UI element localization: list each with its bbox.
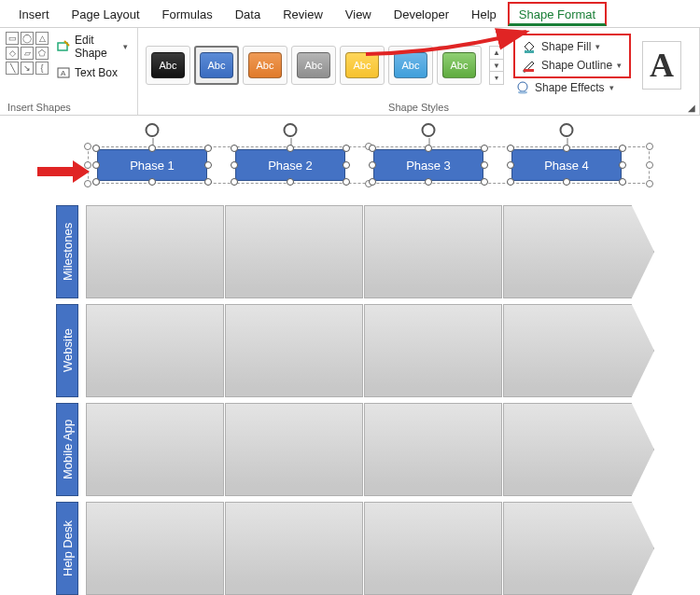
phase-label: Phase 2 <box>235 149 345 181</box>
row-label-mobile-app: Mobile App <box>56 403 78 496</box>
swatch-label: Abc <box>442 52 476 78</box>
pen-icon <box>522 58 537 73</box>
tab-shape-format[interactable]: Shape Format <box>508 2 607 26</box>
roadmap-cell[interactable] <box>364 205 502 298</box>
phase-label: Phase 3 <box>373 149 483 181</box>
gallery-down-icon[interactable]: ▼ <box>490 60 503 73</box>
chevron-down-icon: ▾ <box>617 61 622 70</box>
roadmap-cell[interactable] <box>364 403 502 496</box>
lane-row <box>86 205 654 298</box>
phase-shape-3[interactable]: Phase 3 <box>373 149 483 181</box>
style-swatch-green[interactable]: Abc <box>437 46 482 85</box>
edit-shape-button[interactable]: Edit Shape ▾ <box>52 32 132 62</box>
style-swatch-blue[interactable]: Abc <box>194 46 239 85</box>
svg-rect-4 <box>524 69 534 72</box>
annotation-arrow-left <box>35 159 91 187</box>
shape-outline-label: Shape Outline <box>541 59 612 72</box>
tab-view[interactable]: View <box>334 2 383 26</box>
shape-styles-gallery[interactable]: AbcAbcAbcAbcAbcAbcAbc <box>146 46 482 85</box>
chevron-down-icon: ▾ <box>595 42 600 51</box>
svg-point-5 <box>518 82 527 91</box>
tab-developer[interactable]: Developer <box>383 2 460 26</box>
swatch-label: Abc <box>394 52 427 78</box>
shapes-gallery-mini[interactable]: ▭◯△ ◇▱⬠ ╲↘{ <box>6 32 49 75</box>
roadmap-cell[interactable] <box>503 205 654 298</box>
roadmap-cell[interactable] <box>503 502 654 595</box>
svg-rect-3 <box>525 50 534 53</box>
svg-rect-0 <box>58 43 67 50</box>
swatch-label: Abc <box>151 52 185 78</box>
group-shape-styles: AbcAbcAbcAbcAbcAbcAbc ▲ ▼ ▾ Shape Fill ▾ <box>138 28 700 115</box>
roadmap-cell[interactable] <box>86 403 224 496</box>
svg-text:A: A <box>61 69 66 77</box>
roadmap-cell[interactable] <box>225 205 363 298</box>
phase-shape-1[interactable]: Phase 1 <box>97 149 207 181</box>
chevron-down-icon: ▾ <box>609 83 614 92</box>
shape-outline-button[interactable]: Shape Outline ▾ <box>520 57 623 74</box>
text-box-button[interactable]: A Text Box <box>52 63 132 82</box>
ribbon-body: ▭◯△ ◇▱⬠ ╲↘{ Edit Shape ▾ A Text Box <box>0 28 700 116</box>
swatch-label: Abc <box>345 52 379 78</box>
shape-effects-label: Shape Effects <box>535 81 605 94</box>
group-insert-shapes: ▭◯△ ◇▱⬠ ╲↘{ Edit Shape ▾ A Text Box <box>0 28 138 115</box>
wordart-style-swatch[interactable]: A <box>642 41 681 90</box>
roadmap-cell[interactable] <box>86 304 224 397</box>
roadmap-cell[interactable] <box>503 304 654 397</box>
roadmap-cell[interactable] <box>86 205 224 298</box>
svg-point-6 <box>518 91 527 94</box>
style-swatch-lightblue[interactable]: Abc <box>388 46 433 85</box>
roadmap-cell[interactable] <box>225 502 363 595</box>
roadmap-cell[interactable] <box>86 502 224 595</box>
text-box-icon: A <box>56 65 71 80</box>
group-label-shape-styles: Shape Styles <box>144 100 693 113</box>
shape-effects-button[interactable]: Shape Effects ▾ <box>510 78 631 97</box>
worksheet-canvas: Phase 1Phase 2Phase 3Phase 4 MilestonesW… <box>0 116 700 595</box>
gallery-scroll[interactable]: ▲ ▼ ▾ <box>489 46 504 85</box>
text-box-label: Text Box <box>75 66 118 79</box>
dialog-launcher-icon[interactable]: ◢ <box>688 103 695 113</box>
gallery-more-icon[interactable]: ▾ <box>490 72 503 84</box>
roadmap-cell[interactable] <box>364 502 502 595</box>
gallery-up-icon[interactable]: ▲ <box>490 47 503 60</box>
tab-data[interactable]: Data <box>224 2 272 26</box>
style-swatch-black[interactable]: Abc <box>146 46 190 85</box>
tab-review[interactable]: Review <box>272 2 334 26</box>
rotate-handle-icon[interactable] <box>560 123 574 137</box>
style-swatch-gray[interactable]: Abc <box>291 46 336 85</box>
edit-shape-icon <box>56 39 71 54</box>
swatch-label: Abc <box>297 52 330 78</box>
fill-outline-callout: Shape Fill ▾ Shape Outline ▾ <box>513 34 631 78</box>
style-swatch-yellow[interactable]: Abc <box>340 46 385 85</box>
phase-row: Phase 1Phase 2Phase 3Phase 4 <box>97 149 622 181</box>
swatch-label: Abc <box>200 52 233 78</box>
roadmap-cell[interactable] <box>225 304 363 397</box>
tab-formulas[interactable]: Formulas <box>151 2 224 26</box>
roadmap-cell[interactable] <box>503 403 654 496</box>
phase-shape-4[interactable]: Phase 4 <box>511 149 622 181</box>
chevron-down-icon: ▾ <box>123 42 128 51</box>
roadmap-cell[interactable] <box>364 304 502 397</box>
tab-page-layout[interactable]: Page Layout <box>61 2 151 26</box>
shape-fill-button[interactable]: Shape Fill ▾ <box>520 38 623 55</box>
swatch-label: Abc <box>248 52 282 78</box>
bucket-icon <box>522 39 537 54</box>
lane-row <box>86 502 654 595</box>
phase-label: Phase 4 <box>511 149 622 181</box>
shape-fill-label: Shape Fill <box>541 40 591 53</box>
rotate-handle-icon[interactable] <box>422 123 436 137</box>
style-swatch-orange[interactable]: Abc <box>243 46 287 85</box>
group-label-insert-shapes: Insert Shapes <box>6 100 132 113</box>
tab-insert[interactable]: Insert <box>7 2 61 26</box>
roadmap-grid: MilestonesWebsiteMobile AppHelp Desk <box>56 205 654 595</box>
tab-help[interactable]: Help <box>460 2 508 26</box>
phase-shape-2[interactable]: Phase 2 <box>235 149 345 181</box>
row-label-website: Website <box>56 304 78 397</box>
rotate-handle-icon[interactable] <box>146 123 160 137</box>
edit-shape-label: Edit Shape <box>75 34 119 60</box>
ribbon-tabs: Insert Page Layout Formulas Data Review … <box>0 0 700 28</box>
row-label-help-desk: Help Desk <box>56 502 78 595</box>
effects-icon <box>515 80 530 95</box>
roadmap-cell[interactable] <box>225 403 363 496</box>
row-label-milestones: Milestones <box>56 205 78 298</box>
rotate-handle-icon[interactable] <box>284 123 298 137</box>
